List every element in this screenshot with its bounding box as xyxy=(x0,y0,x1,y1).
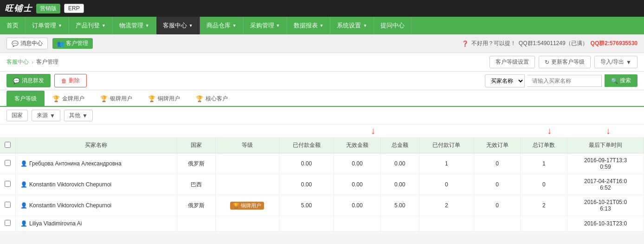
nav-home[interactable]: 首页 xyxy=(0,17,26,34)
trophy-icon: 🏆 xyxy=(233,203,239,209)
nav-product[interactable]: 产品刊登 ▼ xyxy=(69,17,113,34)
badge-yxb: 营销版 xyxy=(36,4,60,13)
tab-silver-users[interactable]: 🏆 银牌用户 xyxy=(92,91,140,106)
breadcrumb-bar: 客服中心 › 客户管理 客户等级设置 ↻ 更新客户等级 导入/导出 ▼ xyxy=(0,53,644,72)
nav-purchase[interactable]: 采购管理 ▼ xyxy=(244,17,287,34)
trophy-icon: 🏆 xyxy=(196,95,203,102)
sort-arrow-total-amount[interactable]: ↓ xyxy=(371,125,375,136)
customer-management-button[interactable]: 👥 客户管理 xyxy=(52,38,93,49)
row-checkbox[interactable] xyxy=(5,220,11,226)
nav-report[interactable]: 数据报表 ▼ xyxy=(287,17,331,34)
delete-button[interactable]: 🗑 删除 xyxy=(54,74,87,87)
tab-bronze-users[interactable]: 🏆 铜牌用户 xyxy=(140,91,188,106)
chat-icon: 💬 xyxy=(13,78,20,84)
td-level: 🏆 铜牌用户 xyxy=(215,195,279,216)
search-type-select[interactable]: 买家名称 xyxy=(485,74,525,87)
sub-header-left: 💬 消息中心 👥 客户管理 xyxy=(6,38,93,49)
table-header-row: 买家名称 国家 等级 已付款金额 无效金额 总金额 已付款订单 无效订单 总订单… xyxy=(0,138,644,153)
person-icon: 👤 xyxy=(20,160,27,167)
breadcrumb-separator: › xyxy=(32,59,33,66)
customer-table: 买家名称 国家 等级 已付款金额 无效金额 总金额 已付款订单 无效订单 总订单… xyxy=(0,138,644,231)
td-total-orders xyxy=(521,216,567,231)
message-center-button[interactable]: 💬 消息中心 xyxy=(6,38,48,49)
td-country: 俄罗斯 xyxy=(177,195,215,216)
person-icon: 👤 xyxy=(20,181,27,188)
th-paid-amount: 已付款金额 xyxy=(279,138,334,153)
row-checkbox[interactable] xyxy=(5,181,11,187)
filter-source-button[interactable]: 来源 ▼ xyxy=(32,110,60,121)
action-left: 💬 消息群发 🗑 删除 xyxy=(6,74,87,87)
tab-all-customers[interactable]: 客户等级 xyxy=(6,91,45,106)
td-last-order-time: 2017-04-24T16:06:52 xyxy=(567,174,644,195)
filter-country-button[interactable]: 国家 xyxy=(6,110,28,121)
breadcrumb: 客服中心 › 客户管理 xyxy=(6,58,58,66)
chevron-down-icon: ▼ xyxy=(626,59,631,66)
nav-help[interactable]: 提问中心 xyxy=(374,17,412,34)
sub-header-right: ❓ 不好用？可以提！ QQ群1:549011249（已满） QQ群2:57693… xyxy=(462,40,638,47)
send-message-button[interactable]: 💬 消息群发 xyxy=(6,74,51,87)
nav-order-mgmt[interactable]: 订单管理 ▼ xyxy=(26,17,69,34)
td-buyer-name: 👤Konstantin Viktorovich Chepurnoi xyxy=(16,174,177,195)
sort-arrow-total-orders[interactable]: ↓ xyxy=(547,125,552,136)
sort-arrow-last-order-time[interactable]: ↓ xyxy=(606,125,611,136)
search-button[interactable]: 🔍 搜索 xyxy=(605,74,638,87)
row-checkbox[interactable] xyxy=(5,160,11,166)
filter-other-button[interactable]: 其他 ▼ xyxy=(64,110,93,121)
td-buyer-name: 👤Гребцова Антонина Александровна xyxy=(16,153,177,174)
badge-erp: ERP xyxy=(64,4,84,13)
th-total-orders: 总订单数 xyxy=(521,138,567,153)
td-invalid-orders xyxy=(474,216,521,231)
search-icon: 🔍 xyxy=(611,78,618,84)
td-paid-amount: 0.00 xyxy=(279,153,334,174)
level-setting-button[interactable]: 客户等级设置 xyxy=(489,56,535,68)
action-row: 💬 消息群发 🗑 删除 买家名称 🔍 搜索 xyxy=(0,72,644,90)
td-paid-amount: 0.00 xyxy=(279,174,334,195)
th-country: 国家 xyxy=(177,138,215,153)
chevron-down-icon: ▼ xyxy=(189,23,193,28)
select-all-checkbox[interactable] xyxy=(5,142,11,148)
trophy-icon: 🏆 xyxy=(100,95,108,102)
person-icon: 👤 xyxy=(20,220,27,227)
chevron-down-icon: ▼ xyxy=(58,23,62,28)
td-buyer-name: 👤Liliya Vladimirovna Ai xyxy=(16,216,177,231)
th-last-order-time: 最后下单时间 xyxy=(567,138,644,153)
td-invalid-amount: 0.00 xyxy=(334,153,381,174)
trophy-icon: 🏆 xyxy=(148,95,155,102)
td-paid-orders xyxy=(419,216,474,231)
td-total-amount: 0.00 xyxy=(380,153,419,174)
chevron-down-icon: ▼ xyxy=(102,23,106,28)
breadcrumb-actions: 客户等级设置 ↻ 更新客户等级 导入/导出 ▼ xyxy=(489,56,638,68)
chevron-down-icon: ▼ xyxy=(232,23,237,28)
tab-gold-users[interactable]: 🏆 金牌用户 xyxy=(45,91,92,106)
td-country: 俄罗斯 xyxy=(177,153,215,174)
td-invalid-amount: 0.00 xyxy=(334,195,381,216)
td-last-order-time: 2016-10-31T23:0 xyxy=(567,216,644,231)
td-total-amount xyxy=(380,216,419,231)
nav-warehouse[interactable]: 商品仓库 ▼ xyxy=(200,17,244,34)
td-checkbox xyxy=(0,153,16,174)
table-row: 👤Liliya Vladimirovna Ai 2016-10-31T23:0 xyxy=(0,216,644,231)
row-checkbox[interactable] xyxy=(5,202,11,208)
td-paid-orders: 1 xyxy=(419,153,474,174)
nav-logistics[interactable]: 物流管理 ▼ xyxy=(113,17,156,34)
logo-text: 旺铺士 xyxy=(5,3,32,14)
update-level-button[interactable]: ↻ 更新客户等级 xyxy=(539,56,591,68)
tab-core-customers[interactable]: 🏆 核心客户 xyxy=(188,91,236,106)
refresh-icon: ↻ xyxy=(545,59,549,66)
td-paid-orders: 0 xyxy=(419,174,474,195)
th-checkbox xyxy=(0,138,16,153)
td-paid-amount xyxy=(279,216,334,231)
search-input[interactable] xyxy=(528,75,602,87)
td-buyer-name: 👤Konstantin Viktorovich Chepurnoi xyxy=(16,195,177,216)
chat-icon: 💬 xyxy=(12,40,19,47)
nav-customer-service[interactable]: 客服中心 ▼ xyxy=(156,17,200,34)
arrows-overlay: ↓ ↓ ↓ xyxy=(0,125,644,138)
th-total-amount: 总金额 xyxy=(380,138,419,153)
breadcrumb-root[interactable]: 客服中心 xyxy=(6,58,29,66)
help-icon: ❓ xyxy=(462,40,469,47)
td-last-order-time: 2016-10-21T05:06:13 xyxy=(567,195,644,216)
qq2-link[interactable]: QQ群2:576935530 xyxy=(591,40,638,47)
import-export-button[interactable]: 导入/导出 ▼ xyxy=(594,56,638,68)
table-row: 👤Konstantin Viktorovich Chepurnoi 巴西 0.0… xyxy=(0,174,644,195)
nav-settings[interactable]: 系统设置 ▼ xyxy=(330,17,374,34)
